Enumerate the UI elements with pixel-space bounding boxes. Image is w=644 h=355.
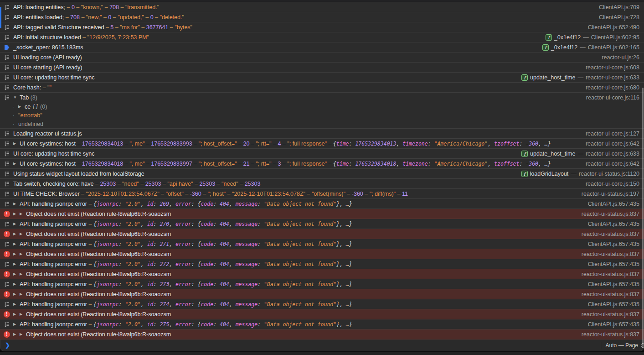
source-link[interactable]: reactor-ui-core.js:127 xyxy=(586,131,639,137)
console-row[interactable]: ▶API: handling jsonrpc error – {jsonrpc:… xyxy=(0,239,644,249)
console-row[interactable]: Core hash: – ""reactor-ui-core.js:680 xyxy=(0,83,644,93)
console-error-row[interactable]: !▶▶Object does not exist (Reaction rule-… xyxy=(0,269,644,279)
source-link[interactable]: ClientAPI.js:657:435 xyxy=(588,261,639,267)
execution-context-selector[interactable]: Auto — Page xyxy=(601,342,644,349)
source-link[interactable]: reactor-ui-core.js:642 xyxy=(586,161,639,167)
console-row[interactable]: UI core: updating host time syncfupdate_… xyxy=(0,73,644,83)
source-link[interactable]: reactor-ui-status.js:837 xyxy=(582,331,639,338)
expand-toggle-icon[interactable]: ▶ xyxy=(20,272,26,276)
source-link[interactable]: reactor-ui-status.js:197 xyxy=(582,191,639,197)
expand-toggle-icon[interactable]: ▶ xyxy=(13,141,20,146)
source-link[interactable]: ClientAPI.js:657:435 xyxy=(588,201,639,207)
expand-toggle-icon[interactable]: ▶ xyxy=(20,332,26,336)
source-link[interactable]: ClientAPI.js:657:435 xyxy=(588,221,639,227)
console-row[interactable]: UI core: updating host time syncfupdate_… xyxy=(0,149,644,159)
console-row[interactable]: ▼Tab (3)reactor-ui-core.js:116 xyxy=(0,93,644,102)
console-sub-row[interactable]: ·undefined xyxy=(0,120,644,128)
source-link[interactable]: ClientAPI.js:602:95 xyxy=(591,34,639,41)
source-link[interactable]: ClientAPI.js:652:490 xyxy=(588,24,639,31)
console-error-row[interactable]: !▶▶Object does not exist (Reaction rule-… xyxy=(0,209,644,219)
message-segment: , xyxy=(396,161,402,167)
source-link[interactable]: ClientAPI.js:657:435 xyxy=(588,241,639,247)
console-row[interactable]: API: initial structure loaded – "12/9/20… xyxy=(0,32,644,42)
expand-toggle-icon[interactable]: ▶ xyxy=(13,222,20,226)
function-name[interactable]: loadGridLayout xyxy=(530,171,569,177)
function-name[interactable]: _0x1e4f12 xyxy=(554,34,581,41)
console-row[interactable]: API: entities loaded; – 708 – "new," – 0… xyxy=(0,12,644,22)
console-row[interactable]: UI TIME CHECK: Browser – "2025-12-10T01:… xyxy=(0,189,644,199)
console-row[interactable]: Tab switch, checking core: have – 25303 … xyxy=(0,179,644,189)
console-row[interactable]: ▶UI core systimes: host – 1765329834018 … xyxy=(0,159,644,169)
console-error-row[interactable]: !▶▶Object does not exist (Reaction rule-… xyxy=(0,289,644,299)
expand-toggle-icon[interactable]: ▶ xyxy=(13,162,20,166)
console-row[interactable]: UI loading core (API ready)reactor-ui.js… xyxy=(0,52,644,63)
function-name[interactable]: update_host_time xyxy=(530,74,575,81)
console-input[interactable] xyxy=(14,339,601,351)
source-link[interactable]: reactor-ui-core.js:680 xyxy=(586,84,639,91)
console-row[interactable]: ▶API: handling jsonrpc error – {jsonrpc:… xyxy=(0,299,644,309)
console-sub-row[interactable]: ·▶ce [] (0) xyxy=(0,102,644,111)
expand-toggle-icon[interactable]: ▶ xyxy=(13,302,20,306)
console-sub-row[interactable]: ·"errortab" xyxy=(0,111,644,120)
function-name[interactable]: update_host_time xyxy=(530,151,575,157)
expand-toggle-icon[interactable]: ▶ xyxy=(13,312,20,316)
source-link[interactable]: reactor-ui-core.js:633 xyxy=(586,151,639,157)
expand-toggle-icon[interactable]: ▶ xyxy=(20,232,26,236)
expand-toggle-icon[interactable]: ▶ xyxy=(20,292,26,296)
source-link[interactable]: reactor-ui-status.js:837 xyxy=(582,251,639,257)
function-name[interactable]: _0x1e4f12 xyxy=(551,44,577,51)
console-row[interactable]: ▶API: handling jsonrpc error – {jsonrpc:… xyxy=(0,279,644,289)
console-row[interactable]: API: loading entities; – 0 – "known," – … xyxy=(0,2,644,12)
source-link[interactable]: ClientAPI.js:602:165 xyxy=(588,44,639,51)
expand-toggle-icon[interactable]: ▶ xyxy=(13,292,20,296)
expand-toggle-icon[interactable]: ▶ xyxy=(20,312,26,316)
console-row[interactable]: Loading reactor-ui-status.jsreactor-ui-c… xyxy=(0,129,644,139)
expand-toggle-icon[interactable]: ▶ xyxy=(13,202,20,206)
expand-toggle-icon[interactable]: ▶ xyxy=(13,232,20,236)
console-row[interactable]: ▶API: handling jsonrpc error – {jsonrpc:… xyxy=(0,319,644,329)
console-error-row[interactable]: !▶▶Object does not exist (Reaction rule-… xyxy=(0,309,644,319)
source-link[interactable]: reactor-ui-core.js:608 xyxy=(586,64,639,71)
expand-toggle-icon[interactable]: ▶ xyxy=(13,262,20,266)
console-row[interactable]: ▶API: handling jsonrpc error – {jsonrpc:… xyxy=(0,259,644,269)
expand-toggle-icon[interactable]: ▶ xyxy=(13,322,20,326)
console-error-row[interactable]: !▶▶Object does not exist (Reaction rule-… xyxy=(0,229,644,239)
console-row[interactable]: API: tagged valid Structure received – 5… xyxy=(0,22,644,32)
source-link[interactable]: ClientAPI.js:709 xyxy=(599,4,639,10)
expand-toggle-icon[interactable]: ▶ xyxy=(13,282,20,286)
source-link[interactable]: reactor-ui-status.js:837 xyxy=(582,271,639,277)
source-link[interactable]: reactor-ui-core.js:642 xyxy=(586,141,639,147)
message-segment: [] xyxy=(32,104,39,110)
source-link[interactable]: ClientAPI.js:657:435 xyxy=(588,301,639,308)
scrollbar-thumb[interactable] xyxy=(642,88,644,347)
expand-toggle-icon[interactable]: ▶ xyxy=(18,104,25,109)
source-link[interactable]: reactor-ui.js:26 xyxy=(602,54,639,61)
console-error-row[interactable]: !▶▶Object does not exist (Reaction rule-… xyxy=(0,249,644,259)
console-row[interactable]: ▶API: handling jsonrpc error – {jsonrpc:… xyxy=(0,219,644,229)
source-link[interactable]: reactor-ui-core.js:633 xyxy=(586,74,639,81)
source-link[interactable]: reactor-ui-status.js:837 xyxy=(582,311,639,318)
source-link[interactable]: ClientAPI.js:657:435 xyxy=(588,321,639,328)
console-row[interactable]: ▶UI core systimes: host – 1765329834013 … xyxy=(0,139,644,149)
console-row[interactable]: ▶API: handling jsonrpc error – {jsonrpc:… xyxy=(0,199,644,209)
source-link[interactable]: reactor-ui-core.js:150 xyxy=(586,181,639,187)
expand-toggle-icon[interactable]: ▶ xyxy=(13,332,20,336)
console-row[interactable]: UI core starting (API ready)reactor-ui-c… xyxy=(0,63,644,73)
expand-toggle-icon[interactable]: ▶ xyxy=(13,212,20,216)
console-error-row[interactable]: !▶▶Object does not exist (Reaction rule-… xyxy=(0,329,644,339)
source-link[interactable]: reactor-ui-status.js:1120 xyxy=(579,171,639,177)
expand-toggle-icon[interactable]: ▶ xyxy=(13,252,20,256)
console-row[interactable]: Using status widget layout loaded from l… xyxy=(0,169,644,179)
collapse-toggle-icon[interactable]: ▼ xyxy=(13,95,20,99)
source-link[interactable]: reactor-ui-status.js:837 xyxy=(582,231,639,237)
console-row[interactable]: _socket_open: 8615.183msf_0x1e4f12—Clien… xyxy=(0,42,644,52)
expand-toggle-icon[interactable]: ▶ xyxy=(20,252,26,256)
source-link[interactable]: reactor-ui-status.js:837 xyxy=(582,291,639,298)
expand-toggle-icon[interactable]: ▶ xyxy=(20,212,26,216)
expand-toggle-icon[interactable]: ▶ xyxy=(13,272,20,276)
source-link[interactable]: reactor-ui-core.js:116 xyxy=(586,94,639,101)
source-link[interactable]: ClientAPI.js:728 xyxy=(599,14,639,21)
expand-toggle-icon[interactable]: ▶ xyxy=(13,242,20,246)
source-link[interactable]: reactor-ui-status.js:837 xyxy=(582,211,639,217)
source-link[interactable]: ClientAPI.js:657:435 xyxy=(588,281,639,287)
